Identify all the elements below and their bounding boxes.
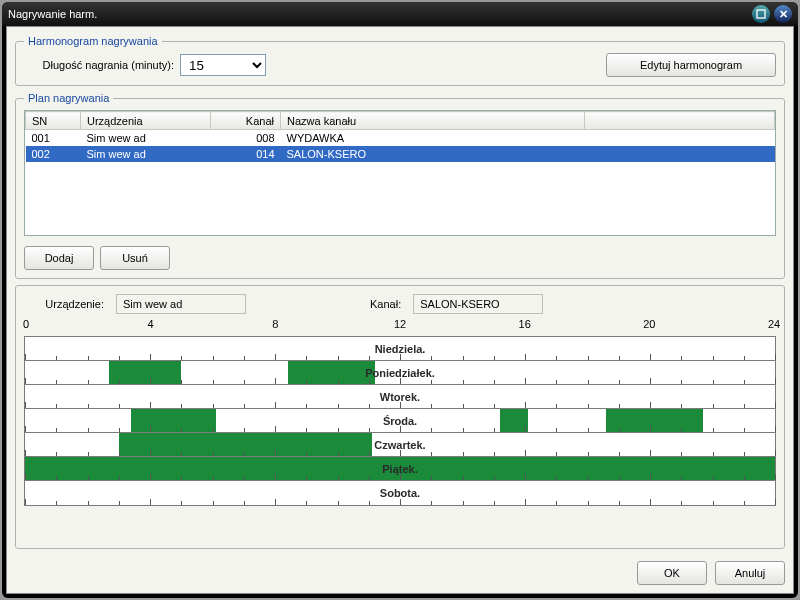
device-label: Urządzenie: bbox=[24, 298, 104, 310]
ok-button[interactable]: OK bbox=[637, 561, 707, 585]
add-button[interactable]: Dodaj bbox=[24, 246, 94, 270]
cell-dev: Sim wew ad bbox=[81, 146, 211, 162]
day-row[interactable]: Czwartek. bbox=[25, 433, 775, 457]
axis-label: 12 bbox=[394, 318, 406, 330]
day-row[interactable]: Poniedziałek. bbox=[25, 361, 775, 385]
content: Harmonogram nagrywania Długość nagrania … bbox=[6, 26, 794, 594]
th-sn[interactable]: SN bbox=[26, 112, 81, 130]
day-row[interactable]: Środa. bbox=[25, 409, 775, 433]
cell-ch: 014 bbox=[211, 146, 281, 162]
timeline-panel: Urządzenie: Sim wew ad Kanał: SALON-KSER… bbox=[15, 285, 785, 549]
edit-schedule-button[interactable]: Edytuj harmonogram bbox=[606, 53, 776, 77]
cell-sn: 001 bbox=[26, 130, 81, 146]
day-row[interactable]: Niedziela. bbox=[25, 337, 775, 361]
title-bar[interactable]: Nagrywanie harm. ✕ bbox=[2, 2, 798, 26]
cancel-button[interactable]: Anuluj bbox=[715, 561, 785, 585]
svg-rect-0 bbox=[757, 10, 765, 18]
device-table: SN Urządzenia Kanał Nazwa kanału 001Sim … bbox=[25, 111, 775, 162]
axis-label: 16 bbox=[519, 318, 531, 330]
footer: OK Anuluj bbox=[15, 555, 785, 585]
axis-label: 24 bbox=[768, 318, 780, 330]
timeline[interactable]: Niedziela.Poniedziałek.Wtorek.Środa.Czwa… bbox=[24, 336, 776, 506]
th-dev[interactable]: Urządzenia bbox=[81, 112, 211, 130]
table-row[interactable]: 001Sim wew ad008WYDAWKA bbox=[26, 130, 775, 146]
th-spacer bbox=[585, 112, 775, 130]
axis-label: 20 bbox=[643, 318, 655, 330]
day-row[interactable]: Sobota. bbox=[25, 481, 775, 505]
day-row[interactable]: Piątek. bbox=[25, 457, 775, 481]
duration-label: Długość nagrania (minuty): bbox=[24, 59, 174, 71]
channel-label: Kanał: bbox=[370, 298, 401, 310]
axis-label: 0 bbox=[23, 318, 29, 330]
day-row[interactable]: Wtorek. bbox=[25, 385, 775, 409]
axis-label: 4 bbox=[148, 318, 154, 330]
channel-value: SALON-KSERO bbox=[413, 294, 543, 314]
time-axis: 04812162024 bbox=[26, 318, 774, 332]
device-table-wrap[interactable]: SN Urządzenia Kanał Nazwa kanału 001Sim … bbox=[24, 110, 776, 236]
axis-label: 8 bbox=[272, 318, 278, 330]
plan-group: Plan nagrywania SN Urządzenia Kanał Nazw… bbox=[15, 92, 785, 279]
table-row[interactable]: 002Sim wew ad014SALON-KSERO bbox=[26, 146, 775, 162]
schedule-legend: Harmonogram nagrywania bbox=[24, 35, 162, 47]
close-icon[interactable]: ✕ bbox=[774, 5, 792, 23]
restore-icon[interactable] bbox=[752, 5, 770, 23]
plan-legend: Plan nagrywania bbox=[24, 92, 113, 104]
plan-buttons: Dodaj Usuń bbox=[24, 242, 776, 270]
cell-dev: Sim wew ad bbox=[81, 130, 211, 146]
window-title: Nagrywanie harm. bbox=[8, 8, 748, 20]
cell-cname: WYDAWKA bbox=[281, 130, 585, 146]
cell-cname: SALON-KSERO bbox=[281, 146, 585, 162]
schedule-group: Harmonogram nagrywania Długość nagrania … bbox=[15, 35, 785, 86]
cell-sn: 002 bbox=[26, 146, 81, 162]
app-window: Nagrywanie harm. ✕ Harmonogram nagrywani… bbox=[2, 2, 798, 598]
cell-ch: 008 bbox=[211, 130, 281, 146]
th-cname[interactable]: Nazwa kanału bbox=[281, 112, 585, 130]
device-value: Sim wew ad bbox=[116, 294, 246, 314]
duration-select[interactable]: 15 bbox=[180, 54, 266, 76]
th-ch[interactable]: Kanał bbox=[211, 112, 281, 130]
remove-button[interactable]: Usuń bbox=[100, 246, 170, 270]
schedule-row: Długość nagrania (minuty): 15 Edytuj har… bbox=[24, 53, 776, 77]
